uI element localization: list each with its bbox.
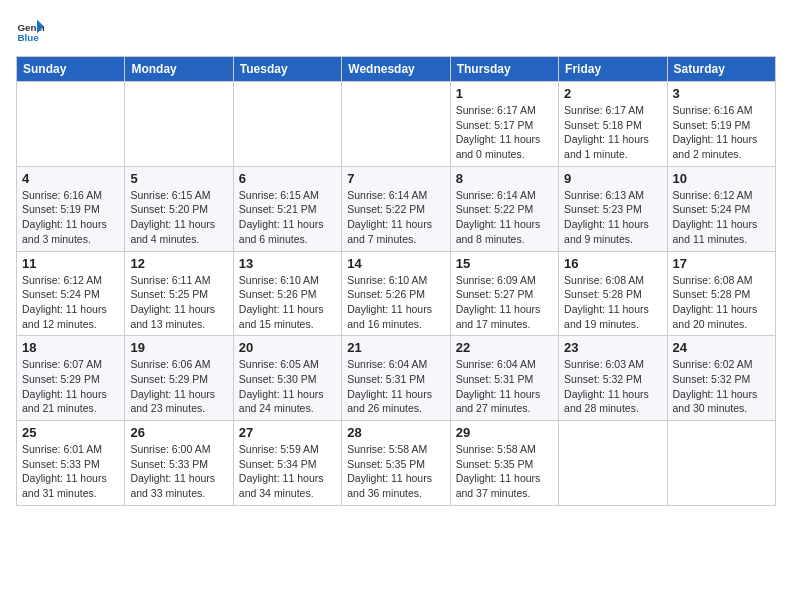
day-number: 4 (22, 171, 119, 186)
day-number: 15 (456, 256, 553, 271)
day-number: 10 (673, 171, 770, 186)
calendar-cell: 3Sunrise: 6:16 AM Sunset: 5:19 PM Daylig… (667, 82, 775, 167)
day-number: 6 (239, 171, 336, 186)
week-row-4: 18Sunrise: 6:07 AM Sunset: 5:29 PM Dayli… (17, 336, 776, 421)
day-info: Sunrise: 6:14 AM Sunset: 5:22 PM Dayligh… (347, 188, 444, 247)
calendar-cell: 21Sunrise: 6:04 AM Sunset: 5:31 PM Dayli… (342, 336, 450, 421)
day-number: 26 (130, 425, 227, 440)
day-number: 21 (347, 340, 444, 355)
calendar-cell: 15Sunrise: 6:09 AM Sunset: 5:27 PM Dayli… (450, 251, 558, 336)
calendar-cell: 22Sunrise: 6:04 AM Sunset: 5:31 PM Dayli… (450, 336, 558, 421)
week-row-3: 11Sunrise: 6:12 AM Sunset: 5:24 PM Dayli… (17, 251, 776, 336)
calendar-table: SundayMondayTuesdayWednesdayThursdayFrid… (16, 56, 776, 506)
day-number: 16 (564, 256, 661, 271)
calendar-cell: 11Sunrise: 6:12 AM Sunset: 5:24 PM Dayli… (17, 251, 125, 336)
calendar-cell (342, 82, 450, 167)
calendar-cell (667, 421, 775, 506)
calendar-cell: 9Sunrise: 6:13 AM Sunset: 5:23 PM Daylig… (559, 166, 667, 251)
calendar-cell (233, 82, 341, 167)
day-info: Sunrise: 6:17 AM Sunset: 5:17 PM Dayligh… (456, 103, 553, 162)
day-number: 3 (673, 86, 770, 101)
day-info: Sunrise: 6:11 AM Sunset: 5:25 PM Dayligh… (130, 273, 227, 332)
calendar-cell: 14Sunrise: 6:10 AM Sunset: 5:26 PM Dayli… (342, 251, 450, 336)
calendar-cell: 4Sunrise: 6:16 AM Sunset: 5:19 PM Daylig… (17, 166, 125, 251)
day-info: Sunrise: 6:12 AM Sunset: 5:24 PM Dayligh… (22, 273, 119, 332)
day-info: Sunrise: 6:05 AM Sunset: 5:30 PM Dayligh… (239, 357, 336, 416)
weekday-monday: Monday (125, 57, 233, 82)
day-info: Sunrise: 5:59 AM Sunset: 5:34 PM Dayligh… (239, 442, 336, 501)
calendar-cell: 2Sunrise: 6:17 AM Sunset: 5:18 PM Daylig… (559, 82, 667, 167)
day-number: 17 (673, 256, 770, 271)
calendar-cell (125, 82, 233, 167)
weekday-sunday: Sunday (17, 57, 125, 82)
calendar-cell: 10Sunrise: 6:12 AM Sunset: 5:24 PM Dayli… (667, 166, 775, 251)
day-info: Sunrise: 5:58 AM Sunset: 5:35 PM Dayligh… (456, 442, 553, 501)
day-info: Sunrise: 6:13 AM Sunset: 5:23 PM Dayligh… (564, 188, 661, 247)
day-number: 24 (673, 340, 770, 355)
day-number: 9 (564, 171, 661, 186)
week-row-1: 1Sunrise: 6:17 AM Sunset: 5:17 PM Daylig… (17, 82, 776, 167)
calendar-cell: 16Sunrise: 6:08 AM Sunset: 5:28 PM Dayli… (559, 251, 667, 336)
day-info: Sunrise: 6:16 AM Sunset: 5:19 PM Dayligh… (673, 103, 770, 162)
day-info: Sunrise: 6:12 AM Sunset: 5:24 PM Dayligh… (673, 188, 770, 247)
weekday-tuesday: Tuesday (233, 57, 341, 82)
week-row-2: 4Sunrise: 6:16 AM Sunset: 5:19 PM Daylig… (17, 166, 776, 251)
calendar-cell: 19Sunrise: 6:06 AM Sunset: 5:29 PM Dayli… (125, 336, 233, 421)
logo: General Blue (16, 16, 48, 44)
weekday-header-row: SundayMondayTuesdayWednesdayThursdayFrid… (17, 57, 776, 82)
day-number: 5 (130, 171, 227, 186)
day-number: 28 (347, 425, 444, 440)
day-info: Sunrise: 6:01 AM Sunset: 5:33 PM Dayligh… (22, 442, 119, 501)
day-number: 7 (347, 171, 444, 186)
calendar-cell: 12Sunrise: 6:11 AM Sunset: 5:25 PM Dayli… (125, 251, 233, 336)
day-number: 20 (239, 340, 336, 355)
calendar-cell: 26Sunrise: 6:00 AM Sunset: 5:33 PM Dayli… (125, 421, 233, 506)
calendar-cell (17, 82, 125, 167)
calendar-cell: 18Sunrise: 6:07 AM Sunset: 5:29 PM Dayli… (17, 336, 125, 421)
day-info: Sunrise: 6:06 AM Sunset: 5:29 PM Dayligh… (130, 357, 227, 416)
day-info: Sunrise: 6:08 AM Sunset: 5:28 PM Dayligh… (673, 273, 770, 332)
day-info: Sunrise: 6:04 AM Sunset: 5:31 PM Dayligh… (456, 357, 553, 416)
calendar-cell (559, 421, 667, 506)
day-info: Sunrise: 6:08 AM Sunset: 5:28 PM Dayligh… (564, 273, 661, 332)
calendar-cell: 8Sunrise: 6:14 AM Sunset: 5:22 PM Daylig… (450, 166, 558, 251)
weekday-thursday: Thursday (450, 57, 558, 82)
day-number: 2 (564, 86, 661, 101)
day-info: Sunrise: 6:04 AM Sunset: 5:31 PM Dayligh… (347, 357, 444, 416)
weekday-friday: Friday (559, 57, 667, 82)
day-number: 12 (130, 256, 227, 271)
calendar-cell: 7Sunrise: 6:14 AM Sunset: 5:22 PM Daylig… (342, 166, 450, 251)
day-info: Sunrise: 6:10 AM Sunset: 5:26 PM Dayligh… (239, 273, 336, 332)
calendar-cell: 29Sunrise: 5:58 AM Sunset: 5:35 PM Dayli… (450, 421, 558, 506)
day-number: 29 (456, 425, 553, 440)
day-info: Sunrise: 6:02 AM Sunset: 5:32 PM Dayligh… (673, 357, 770, 416)
weekday-wednesday: Wednesday (342, 57, 450, 82)
calendar-cell: 1Sunrise: 6:17 AM Sunset: 5:17 PM Daylig… (450, 82, 558, 167)
logo-icon: General Blue (16, 16, 44, 44)
day-info: Sunrise: 6:17 AM Sunset: 5:18 PM Dayligh… (564, 103, 661, 162)
day-number: 13 (239, 256, 336, 271)
day-number: 23 (564, 340, 661, 355)
week-row-5: 25Sunrise: 6:01 AM Sunset: 5:33 PM Dayli… (17, 421, 776, 506)
calendar-cell: 6Sunrise: 6:15 AM Sunset: 5:21 PM Daylig… (233, 166, 341, 251)
day-info: Sunrise: 6:14 AM Sunset: 5:22 PM Dayligh… (456, 188, 553, 247)
weekday-saturday: Saturday (667, 57, 775, 82)
day-info: Sunrise: 6:15 AM Sunset: 5:21 PM Dayligh… (239, 188, 336, 247)
day-number: 19 (130, 340, 227, 355)
day-info: Sunrise: 6:07 AM Sunset: 5:29 PM Dayligh… (22, 357, 119, 416)
calendar-cell: 20Sunrise: 6:05 AM Sunset: 5:30 PM Dayli… (233, 336, 341, 421)
day-number: 1 (456, 86, 553, 101)
calendar-cell: 13Sunrise: 6:10 AM Sunset: 5:26 PM Dayli… (233, 251, 341, 336)
calendar-cell: 27Sunrise: 5:59 AM Sunset: 5:34 PM Dayli… (233, 421, 341, 506)
day-info: Sunrise: 6:09 AM Sunset: 5:27 PM Dayligh… (456, 273, 553, 332)
day-info: Sunrise: 6:03 AM Sunset: 5:32 PM Dayligh… (564, 357, 661, 416)
day-info: Sunrise: 6:16 AM Sunset: 5:19 PM Dayligh… (22, 188, 119, 247)
header: General Blue (16, 16, 776, 44)
day-number: 22 (456, 340, 553, 355)
day-number: 14 (347, 256, 444, 271)
day-number: 11 (22, 256, 119, 271)
calendar-cell: 28Sunrise: 5:58 AM Sunset: 5:35 PM Dayli… (342, 421, 450, 506)
day-number: 25 (22, 425, 119, 440)
day-info: Sunrise: 6:00 AM Sunset: 5:33 PM Dayligh… (130, 442, 227, 501)
day-number: 8 (456, 171, 553, 186)
